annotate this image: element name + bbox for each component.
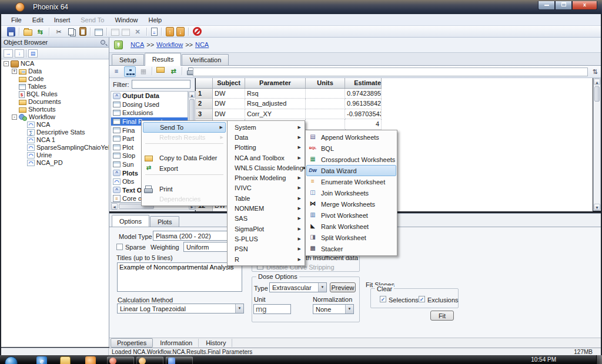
cell-units[interactable] [306, 99, 345, 109]
cell-parameter[interactable]: Corr_XY [245, 109, 306, 119]
scroll-left-icon[interactable]: ◄ [111, 203, 118, 210]
gallery-view-icon[interactable]: ▦ [138, 66, 149, 77]
send-to-menu-item[interactable]: NCA and Toolbox ▶ [228, 153, 305, 163]
tree-item[interactable]: ◠ SparseSamplingChaioYeh [1, 144, 109, 151]
menubar-item[interactable]: Insert [49, 15, 76, 25]
table-row[interactable]: 2 DW Rsq_adjusted 0.96135842 [196, 99, 593, 109]
send-to-menu-item[interactable]: SAS ▶ [228, 214, 305, 224]
send-to-menu-item[interactable]: IVIVC ▶ [228, 183, 305, 193]
data-tools-menu-item[interactable]: ◫ Join Worksheets [306, 187, 397, 198]
column-header-estimate[interactable]: Estimate [345, 78, 382, 89]
cell-subject[interactable]: DW [213, 109, 245, 119]
send-to-menu-item[interactable]: R ▶ [228, 254, 305, 264]
minimize-button[interactable] [538, 1, 555, 10]
context-menu-item[interactable]: Refresh Results ▶ [142, 133, 227, 143]
save-icon[interactable] [7, 27, 15, 36]
options-tab[interactable]: Options [112, 215, 149, 228]
titles-textarea[interactable]: Example of Noncompartmental Analysis [117, 262, 242, 292]
tree-item[interactable]: Shortcuts [1, 106, 109, 113]
list-item[interactable]: Dosing Used [111, 100, 188, 109]
send-to-menu-item[interactable]: S-PLUS ▶ [228, 234, 305, 244]
tree-item[interactable]: ◠ NCA_PD [1, 159, 109, 167]
cell-parameter[interactable]: Rsq_adjusted [245, 99, 306, 109]
table-filter-input[interactable] [193, 68, 588, 76]
tree-item[interactable]: ∑ Descriptive Stats [1, 129, 109, 136]
cell-units[interactable] [306, 89, 345, 99]
sort-icon[interactable]: ⇅ [590, 67, 600, 76]
context-menu-item[interactable]: Copy to Data Folder ▶ [142, 153, 227, 164]
table-row[interactable]: 3 DW Corr_XY -0.98703543 [196, 109, 593, 119]
menubar-item[interactable]: Send To [75, 15, 109, 25]
tree-item[interactable]: ◠ NCA 1 [1, 136, 109, 144]
cell-subject[interactable]: DW [213, 89, 245, 99]
chevron-down-icon[interactable]: ▼ [318, 283, 326, 292]
data-tools-menu-item[interactable]: ▦ Crossproduct Worksheets [306, 154, 397, 165]
validate-document-icon[interactable] [151, 28, 158, 36]
column-header-subject[interactable]: Subject [213, 78, 245, 89]
main-tab[interactable]: Verification [182, 54, 229, 65]
data-tools-menu-item[interactable]: ◣ Rank Worksheet [306, 221, 397, 232]
cell-estimate[interactable]: 0.96135842 [345, 99, 382, 109]
breadcrumb-link-nca-2[interactable]: NCA [195, 41, 209, 48]
menubar-item[interactable]: Help [143, 15, 168, 25]
expander-icon[interactable]: - [12, 114, 17, 120]
column-header-parameter[interactable]: Parameter [245, 78, 306, 89]
context-menu-item[interactable]: Print ▶ [142, 184, 227, 194]
menubar-item[interactable]: Edit [27, 15, 49, 25]
import-icon[interactable]: ⇆ [35, 27, 45, 36]
cell-subject[interactable]: DW [213, 99, 245, 109]
filter-input[interactable] [132, 80, 190, 89]
breadcrumb-link-workflow[interactable]: Workflow [156, 41, 183, 48]
delete-icon[interactable]: ✕ [132, 27, 143, 36]
tree-item[interactable]: $ BQL Rules [1, 90, 109, 98]
chevron-down-icon[interactable]: ▼ [345, 305, 353, 314]
data-tools-menu-item[interactable]: BQL BQL [306, 143, 397, 154]
start-button[interactable] [5, 356, 18, 364]
send-to-menu-item[interactable]: SigmaPlot ▶ [228, 224, 305, 234]
tree-item[interactable]: - NCA [1, 60, 109, 68]
scroll-up-icon[interactable]: ▲ [594, 79, 600, 85]
preview-button[interactable]: Preview [330, 282, 356, 292]
tree-item[interactable]: + Data [1, 68, 109, 75]
tree-item[interactable]: - Workflow [1, 113, 109, 121]
cell-estimate[interactable]: 4 [345, 119, 382, 129]
list-item[interactable]: ^ Output Data [111, 92, 188, 100]
show-desktop-button[interactable] [596, 355, 602, 364]
scroll-up-icon[interactable]: ▲ [189, 92, 195, 98]
filter-columns-icon[interactable]: ▤ [28, 49, 38, 58]
cell-units[interactable] [306, 119, 345, 129]
exclusions-checkbox[interactable]: ✓ [419, 296, 425, 302]
send-to-menu-item[interactable]: NONMEM ▶ [228, 203, 305, 213]
send-to-menu-item[interactable]: Phoenix Modeling ▶ [228, 173, 305, 183]
data-tools-menu-item[interactable]: ▥ Pivot Worksheet [306, 210, 397, 221]
copy-icon[interactable] [66, 27, 77, 36]
go-to-workflow-icon[interactable]: ↟ [114, 41, 123, 49]
tree-item[interactable]: Tables [1, 83, 109, 90]
pin-icon[interactable] [101, 40, 105, 45]
main-tab[interactable]: Setup [112, 54, 144, 65]
task-button-1[interactable] [107, 356, 134, 364]
data-tools-menu-item[interactable]: ≡ Enumerate Worksheet [306, 176, 397, 187]
bottom-tab[interactable]: History [200, 339, 232, 347]
close-button[interactable]: x [572, 1, 597, 10]
import-project-icon[interactable]: ↓ [176, 27, 185, 36]
tree-item[interactable]: ◠ NCA [1, 121, 109, 129]
maximize-button[interactable] [555, 1, 572, 10]
send-to-object-icon[interactable]: ↓ [15, 49, 24, 58]
selections-checkbox[interactable]: ✓ [380, 296, 386, 302]
list-view-icon[interactable]: ≡ [111, 66, 122, 77]
open-icon[interactable] [24, 29, 32, 36]
worksheet-icon[interactable] [95, 29, 103, 36]
stop-icon[interactable] [193, 27, 202, 36]
send-to-menu-item[interactable]: Plotting ▶ [228, 143, 305, 153]
normalization-combo[interactable]: None▼ [313, 304, 354, 314]
menubar-item[interactable]: File [6, 15, 27, 25]
cell-estimate[interactable]: 0.97423895 [345, 89, 382, 99]
context-menu-item[interactable]: Send To ▶ [143, 122, 226, 133]
copy-to-folder-icon[interactable] [156, 67, 165, 73]
expander-icon[interactable]: + [12, 69, 17, 74]
taskbar-clock[interactable]: 10:54 PM [531, 356, 556, 363]
sparse-checkbox[interactable] [116, 244, 123, 250]
data-tools-menu-item[interactable]: ▩ Stacker [306, 243, 397, 254]
send-to-workflow-icon[interactable]: → [4, 49, 13, 58]
